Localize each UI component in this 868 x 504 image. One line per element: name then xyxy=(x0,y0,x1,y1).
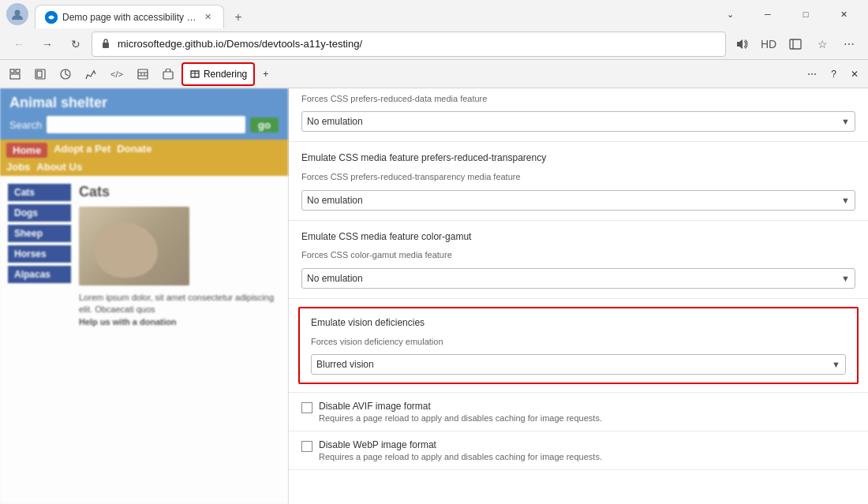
read-aloud-button[interactable] xyxy=(729,32,754,57)
window-controls: ⌄ ─ □ ✕ xyxy=(712,2,862,27)
rendering-section-color-gamut: Emulate CSS media feature color-gamut Fo… xyxy=(289,221,868,299)
disable-webp-checkbox[interactable] xyxy=(301,441,312,452)
color-gamut-select[interactable]: No emulation ▼ xyxy=(301,268,855,289)
favorites-button[interactable]: ☆ xyxy=(810,32,835,57)
sidebar-cats[interactable]: Cats xyxy=(8,184,71,201)
devtools-close-button[interactable]: ✕ xyxy=(844,62,865,86)
devtools-tab-network[interactable] xyxy=(79,62,103,86)
disable-webp-sublabel: Requires a page reload to apply and disa… xyxy=(319,452,602,461)
close-window-button[interactable]: ✕ xyxy=(825,2,862,27)
checkbox-webp-content: Disable WebP image format Requires a pag… xyxy=(319,439,602,461)
profile-icon[interactable] xyxy=(6,3,28,25)
devtools-tab-performance[interactable]: </> xyxy=(104,62,129,86)
sidebar-sheep[interactable]: Sheep xyxy=(8,225,71,242)
browser-window: Demo page with accessibility iss ✕ + ⌄ ─… xyxy=(0,0,868,504)
nav-menu2: Jobs About Us xyxy=(0,161,288,176)
tab-title: Demo page with accessibility iss xyxy=(62,12,196,23)
tab-bar: Demo page with accessibility iss ✕ + xyxy=(35,0,705,28)
minimize-button[interactable]: ─ xyxy=(750,2,786,27)
sidebar-dogs[interactable]: Dogs xyxy=(8,204,71,222)
reduced-data-arrow-icon: ▼ xyxy=(841,117,850,126)
sidebar-horses[interactable]: Horses xyxy=(8,245,71,263)
tab-close-button[interactable]: ✕ xyxy=(201,11,214,24)
svg-rect-3 xyxy=(790,39,801,49)
maximize-button[interactable]: □ xyxy=(788,2,824,27)
vision-sublabel: Forces vision deficiency emulation xyxy=(311,336,846,348)
vision-value: Blurred vision xyxy=(316,359,832,370)
devtools-scroll-area[interactable]: Forces CSS prefers-reduced-data media fe… xyxy=(289,88,868,504)
main-content: Animal shelter Search go Home Adopt a Pe… xyxy=(0,88,868,504)
disable-avif-checkbox[interactable] xyxy=(301,402,312,413)
devtools-tab-console[interactable] xyxy=(28,62,52,86)
svg-rect-16 xyxy=(163,72,173,79)
back-button[interactable]: ← xyxy=(6,32,32,57)
svg-point-0 xyxy=(15,10,21,16)
devtools-more-button[interactable]: ⋯ xyxy=(801,62,823,86)
svg-rect-9 xyxy=(37,71,42,77)
sidebar-alpacas[interactable]: Alpacas xyxy=(8,266,71,283)
nav-home[interactable]: Home xyxy=(6,143,47,158)
devtools-content: Forces CSS prefers-reduced-data media fe… xyxy=(289,88,868,504)
devtools-tab-sources[interactable] xyxy=(54,62,77,86)
devtools-toolbar: </> Rendering + ⋯ ? ✕ xyxy=(0,60,868,88)
reduced-data-label: Forces CSS prefers-reduced-data media fe… xyxy=(301,93,855,105)
transparency-sublabel: Forces CSS prefers-reduced-transparency … xyxy=(301,171,855,183)
checkbox-avif-content: Disable AVIF image format Requires a pag… xyxy=(319,401,602,423)
vision-highlighted-box: Emulate vision deficiencies Forces visio… xyxy=(298,307,859,384)
vision-select[interactable]: Blurred vision ▼ xyxy=(311,354,846,375)
address-input[interactable]: microsoftedge.github.io/Demos/devtools-a… xyxy=(92,32,726,57)
webpage-content: Cats Lorem ipsum dolor, sit amet consect… xyxy=(79,184,280,328)
webpage-title: Animal shelter xyxy=(9,95,279,111)
vision-label: Emulate vision deficiencies xyxy=(311,316,846,330)
webpage-sidebar: Cats Dogs Sheep Horses Alpacas xyxy=(8,184,71,328)
svg-rect-7 xyxy=(10,74,20,79)
content-title: Cats xyxy=(79,184,280,200)
browser-more-button[interactable]: ⋯ xyxy=(836,32,862,57)
active-tab[interactable]: Demo page with accessibility iss ✕ xyxy=(35,5,224,28)
color-gamut-label: Emulate CSS media feature color-gamut xyxy=(301,230,855,244)
nav-about[interactable]: About Us xyxy=(36,161,82,173)
transparency-value: No emulation xyxy=(307,195,841,206)
nav-jobs[interactable]: Jobs xyxy=(6,161,30,173)
rendering-section-transparency: Emulate CSS media feature prefers-reduce… xyxy=(289,142,868,220)
secure-icon xyxy=(100,38,113,50)
reduced-data-select[interactable]: No emulation ▼ xyxy=(301,111,855,132)
cat-silhouette xyxy=(95,222,158,278)
devtools-tab-rendering-label: Rendering xyxy=(204,69,247,80)
forward-button[interactable]: → xyxy=(35,32,60,57)
transparency-select[interactable]: No emulation ▼ xyxy=(301,190,855,211)
devtools-panel: Forces CSS prefers-reduced-data media fe… xyxy=(288,88,868,504)
checkbox-row-webp: Disable WebP image format Requires a pag… xyxy=(289,431,868,470)
svg-rect-11 xyxy=(138,69,148,79)
color-gamut-value: No emulation xyxy=(307,273,841,284)
address-bar: ← → ↻ microsoftedge.github.io/Demos/devt… xyxy=(0,28,868,60)
svg-rect-2 xyxy=(103,43,109,48)
search-label: Search xyxy=(9,119,42,131)
devtools-help-button[interactable]: ? xyxy=(825,62,843,86)
rendering-section-vision: Emulate vision deficiencies Forces visio… xyxy=(289,299,868,393)
disable-webp-label: Disable WebP image format xyxy=(319,439,602,450)
devtools-tab-application[interactable] xyxy=(156,62,180,86)
devtools-add-tab-button[interactable]: + xyxy=(256,62,275,86)
nav-menu: Home Adopt a Pet Donate xyxy=(0,140,288,161)
devtools-tab-elements[interactable] xyxy=(3,62,27,86)
devtools-tab-memory[interactable] xyxy=(131,62,155,86)
reduced-data-value: No emulation xyxy=(307,116,841,127)
new-tab-button[interactable]: + xyxy=(227,6,249,28)
webpage-header: Animal shelter Search go xyxy=(0,88,288,140)
add-to-sidebar-button[interactable] xyxy=(783,32,808,57)
nav-adopt[interactable]: Adopt a Pet xyxy=(54,143,110,158)
search-bar: Search go xyxy=(9,116,279,133)
color-gamut-arrow-icon: ▼ xyxy=(841,274,850,283)
webpage-panel: Animal shelter Search go Home Adopt a Pe… xyxy=(0,88,288,504)
toolbar-icons: HD ☆ ⋯ xyxy=(729,32,862,57)
reload-button[interactable]: ↻ xyxy=(63,32,88,57)
immersive-reader-button[interactable]: HD xyxy=(756,32,781,57)
nav-donate[interactable]: Donate xyxy=(117,143,152,158)
search-go-button[interactable]: go xyxy=(250,118,279,133)
search-input-wp[interactable] xyxy=(47,116,245,133)
cat-image xyxy=(79,207,189,286)
disable-avif-label: Disable AVIF image format xyxy=(319,401,602,412)
devtools-tab-rendering[interactable]: Rendering xyxy=(181,62,255,86)
tab-dropdown-button[interactable]: ⌄ xyxy=(712,2,748,27)
